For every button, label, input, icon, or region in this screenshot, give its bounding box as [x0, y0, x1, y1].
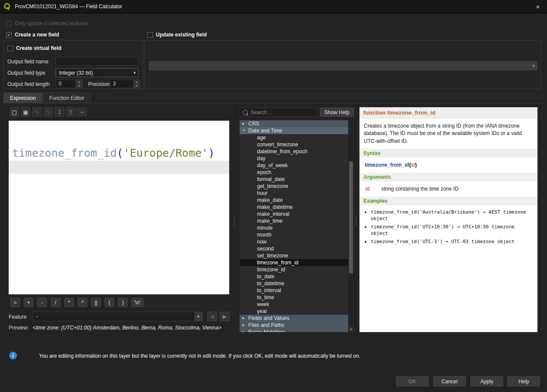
function-item-second[interactable]: second	[240, 245, 348, 252]
function-item-timezone-id[interactable]: timezone_id	[240, 266, 348, 273]
function-item-make-interval[interactable]: make_interval	[240, 211, 348, 217]
update-existing-field-checkbox[interactable]: Update existing field	[147, 32, 207, 38]
precision-spinner[interactable]: 3 ▲▼	[110, 79, 140, 88]
close-icon[interactable]: ×	[529, 0, 547, 13]
function-search-box[interactable]	[240, 108, 317, 117]
function-item-convert-timezone[interactable]: convert_timezone	[240, 141, 348, 148]
new-expression-button[interactable]: ▢	[10, 107, 19, 117]
operator-button--[interactable]: ||	[91, 298, 101, 307]
spin-down-icon[interactable]: ▼	[134, 84, 140, 88]
spin-down-icon[interactable]: ▼	[76, 84, 82, 88]
operator-button--[interactable]: /	[51, 298, 60, 307]
tab-expression[interactable]: Expression	[3, 92, 42, 103]
function-item-to-interval[interactable]: to_interval	[240, 287, 348, 294]
function-item-make-time[interactable]: make_time	[240, 217, 348, 224]
operator-button--[interactable]: *	[64, 298, 74, 307]
ok-button[interactable]: OK	[396, 376, 428, 386]
export-expression-button[interactable]: ↥	[66, 107, 76, 117]
tree-item-label: CRS	[248, 120, 259, 127]
function-group-fuzzy-matching[interactable]: ▶Fuzzy Matching	[240, 329, 348, 332]
function-item-to-datetime[interactable]: to_datetime	[240, 280, 348, 287]
remove-expression-button[interactable]: ✎	[43, 107, 53, 117]
function-group-crs[interactable]: ▶CRS	[240, 120, 348, 127]
function-item-hour[interactable]: hour	[240, 190, 348, 197]
function-group-date-and-time[interactable]: ▼Date and Time	[240, 127, 348, 134]
create-virtual-field-checkbox[interactable]: Create virtual field	[7, 45, 62, 51]
create-new-field-checkbox[interactable]: ✓ Create a new field	[6, 32, 59, 38]
next-feature-button[interactable]: ▶	[220, 312, 230, 321]
output-field-length-spinner[interactable]: 0 ▲▼	[56, 79, 82, 88]
function-item-to-date[interactable]: to_date	[240, 273, 348, 280]
expand-icon[interactable]: ▶	[242, 329, 248, 332]
spin-up-icon[interactable]: ▲	[76, 80, 82, 84]
expand-icon[interactable]: ▶	[242, 315, 248, 322]
checkbox-box[interactable]: ✓	[6, 32, 12, 38]
function-item-day[interactable]: day	[240, 155, 348, 162]
function-item-timezone-from-id[interactable]: timezone_from_id	[240, 259, 348, 266]
tab-function-editor[interactable]: Function Editor	[43, 92, 91, 103]
save-expression-button[interactable]: ▣	[21, 107, 30, 117]
function-item-age[interactable]: age	[240, 134, 348, 141]
function-item-year[interactable]: year	[240, 308, 348, 315]
splitter-handle[interactable]	[355, 214, 357, 228]
function-item-day-of-week[interactable]: day_of_week	[240, 162, 348, 169]
scrollbar-down-icon[interactable]: ▼	[349, 326, 353, 332]
example-item: timezone_from_id('Australia/Brisbane') →…	[371, 209, 533, 222]
show-help-button[interactable]: Show Help	[320, 108, 354, 117]
operator-button--[interactable]: =	[10, 298, 20, 307]
spinner-buttons[interactable]: ▲▼	[76, 80, 82, 88]
function-item-month[interactable]: month	[240, 231, 348, 238]
new-field-groupbox: Create virtual field Output field name O…	[3, 40, 143, 89]
scrollbar-thumb[interactable]	[349, 161, 353, 273]
search-input[interactable]	[248, 109, 316, 115]
operator-button--[interactable]: (	[105, 298, 114, 307]
function-item-make-date[interactable]: make_date	[240, 197, 348, 204]
expression-editor[interactable]: timezone_from_id('Europe/Rome')	[9, 121, 229, 294]
function-item-datetime-from-epoch[interactable]: datetime_from_epoch	[240, 148, 348, 155]
function-group-files-and-paths[interactable]: ▶Files and Paths	[240, 322, 348, 329]
checkbox-box[interactable]	[147, 32, 153, 38]
function-group-fields-and-values[interactable]: ▶Fields and Values	[240, 315, 348, 322]
function-item-now[interactable]: now	[240, 238, 348, 245]
edit-expression-button[interactable]: ✎	[32, 107, 42, 117]
function-item-minute[interactable]: minute	[240, 224, 348, 231]
tree-item-label: timezone_from_id	[257, 259, 298, 266]
function-item-make-datetime[interactable]: make_datetime	[240, 204, 348, 211]
checkbox-box[interactable]	[7, 46, 13, 51]
function-item-week[interactable]: week	[240, 301, 348, 308]
expand-icon[interactable]: ▶	[242, 120, 248, 127]
operator-button--[interactable]: +	[24, 298, 33, 307]
function-item-format-date[interactable]: format_date	[240, 176, 348, 183]
previous-feature-button[interactable]: ◀	[207, 312, 217, 321]
spin-up-icon[interactable]: ▲	[134, 80, 140, 84]
only-update-checkbox[interactable]: Only update 0 selected features	[6, 20, 88, 26]
precision-label: Precision	[88, 81, 109, 87]
checkbox-box[interactable]	[6, 21, 12, 26]
arguments-heading: Arguments	[359, 173, 537, 181]
feature-select[interactable]: - ▼	[33, 312, 203, 321]
argument-row: id string containing the time zone ID	[359, 181, 537, 195]
expand-icon[interactable]: ▶	[242, 322, 248, 329]
function-item-epoch[interactable]: epoch	[240, 169, 348, 176]
apply-button[interactable]: Apply	[471, 376, 503, 386]
operator-button--n-[interactable]: '\n'	[132, 298, 143, 307]
function-item-set-timezone[interactable]: set_timezone	[240, 252, 348, 259]
output-field-type-select[interactable]: Integer (32 bit) ▼	[56, 68, 138, 77]
spinner-buttons[interactable]: ▲▼	[133, 80, 140, 88]
operator-button-row: =+-/*^||()'\n'	[10, 298, 143, 307]
cancel-button[interactable]: Cancel	[433, 376, 466, 386]
import-expression-button[interactable]: ↧	[55, 107, 64, 117]
tree-item-label: day	[257, 155, 265, 162]
separator-button[interactable]: --	[77, 108, 87, 116]
collapse-icon[interactable]: ▼	[242, 127, 248, 134]
function-item-get-timezone[interactable]: get_timezone	[240, 183, 348, 190]
operator-button--[interactable]: ^	[78, 298, 87, 307]
operator-button--[interactable]: -	[37, 298, 47, 307]
splitter-handle[interactable]	[233, 214, 235, 228]
function-item-to-time[interactable]: to_time	[240, 294, 348, 301]
tree-scrollbar[interactable]: ▼	[349, 120, 353, 332]
tree-item-label: make_datetime	[257, 204, 293, 211]
help-button[interactable]: Help	[507, 376, 540, 386]
operator-button--[interactable]: )	[118, 298, 128, 307]
output-field-name-input[interactable]	[56, 57, 138, 66]
